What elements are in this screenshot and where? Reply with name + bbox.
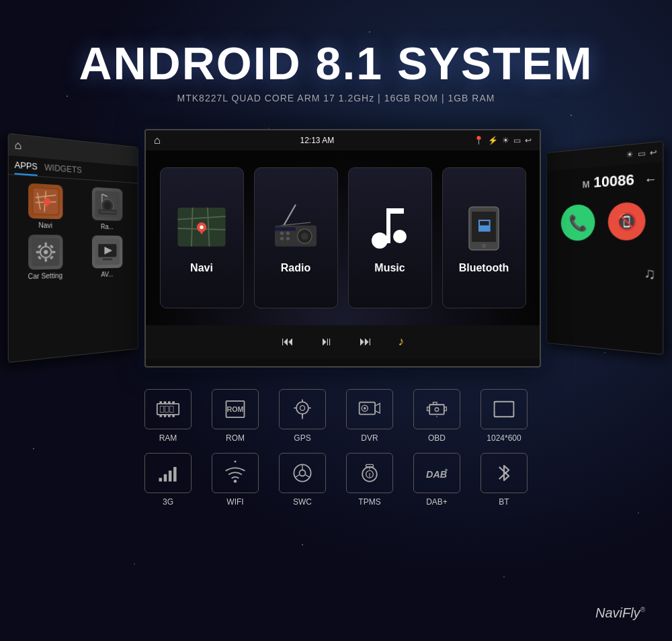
right-screen: ☀ ▭ ↩ M 10086 ← 📞 📵 ♫	[546, 141, 663, 355]
bluetooth-card[interactable]: ⬓ Bluetooth	[442, 167, 526, 308]
app-carsetting[interactable]: Car Setting	[15, 234, 75, 281]
svg-rect-67	[165, 407, 169, 413]
obd-label: OBD	[428, 433, 446, 443]
next-button[interactable]: ⏭	[360, 335, 372, 349]
music-card-icon	[363, 202, 417, 255]
svg-rect-83	[433, 402, 437, 405]
svg-rect-88	[159, 478, 163, 481]
feature-box-obd	[413, 389, 460, 429]
feature-box-3g	[144, 453, 192, 493]
svg-line-96	[295, 475, 299, 478]
svg-text:⬓: ⬓	[477, 216, 491, 233]
wifi-label: WIFI	[226, 497, 243, 507]
svg-point-17	[44, 250, 48, 254]
tab-widgets[interactable]: WIDGETS	[44, 163, 82, 179]
back-icon: ↩	[525, 136, 532, 145]
center-main-area: Navi	[146, 151, 540, 325]
center-screen: ⌂ 12:13 AM 📍 ⚡ ☀ ▭ ↩	[144, 129, 541, 368]
screens-container: ⌂ APPS WIDGETS	[0, 124, 672, 372]
svg-rect-68	[170, 407, 173, 413]
left-screen: ⌂ APPS WIDGETS	[8, 133, 138, 363]
app-navi[interactable]: Navi	[15, 182, 75, 230]
svg-rect-61	[172, 401, 175, 404]
playpause-button[interactable]: ⏯	[321, 335, 333, 349]
app-av[interactable]: AV...	[80, 235, 133, 279]
svg-point-76	[300, 406, 304, 411]
svg-rect-87	[495, 402, 514, 417]
location-icon: 📍	[474, 136, 484, 145]
music-card-label: Music	[374, 262, 405, 274]
svg-point-81	[364, 407, 366, 410]
feature-dab: DAB + DAB+	[410, 453, 464, 507]
tpms-label: TPMS	[358, 497, 380, 507]
3g-label: 3G	[163, 497, 173, 507]
app-radio[interactable]: Ra...	[80, 186, 133, 230]
svg-point-38	[200, 225, 203, 228]
svg-text:+: +	[444, 467, 448, 474]
feature-swc: SWC	[276, 453, 329, 507]
feature-gps: GPS	[276, 389, 329, 443]
rom-label: ROM	[226, 433, 245, 443]
svg-rect-48	[275, 227, 296, 230]
svg-rect-60	[168, 401, 171, 404]
svg-rect-82	[429, 404, 444, 414]
svg-rect-91	[173, 467, 177, 482]
answer-button[interactable]: 📞	[561, 204, 595, 241]
svg-point-44	[286, 231, 290, 234]
navi-card[interactable]: Navi	[160, 167, 244, 308]
navi-label: Navi	[38, 222, 52, 230]
svg-rect-29	[102, 258, 112, 260]
ram-label: RAM	[159, 433, 177, 443]
radio-card-icon	[269, 202, 323, 255]
feature-box-dvr	[346, 389, 393, 429]
svg-rect-90	[169, 470, 172, 481]
tab-apps[interactable]: APPS	[15, 160, 38, 176]
svg-point-71	[296, 402, 308, 414]
brand-name: NaviFly®	[595, 605, 645, 620]
decline-button[interactable]: 📵	[608, 202, 646, 241]
battery-icon: ▭	[513, 136, 521, 145]
svg-rect-19	[44, 258, 46, 261]
features-section: RAM ROM ROM	[0, 389, 672, 507]
carsetting-app-icon	[28, 234, 62, 269]
feature-box-swc	[279, 453, 326, 493]
navi-app-icon	[28, 183, 62, 219]
svg-rect-62	[159, 415, 162, 417]
feature-wifi: WIFI	[208, 453, 262, 507]
home-icon-center: ⌂	[154, 134, 161, 146]
svg-rect-20	[36, 251, 39, 253]
svg-rect-52	[386, 208, 404, 214]
dab-label: DAB+	[426, 497, 448, 507]
right-back-icon: ↩	[650, 147, 657, 158]
svg-text:DAB: DAB	[426, 469, 447, 480]
home-icon: ⌂	[15, 138, 22, 152]
music-card[interactable]: Music	[348, 167, 432, 308]
gps-label: GPS	[294, 433, 310, 443]
feature-bt: BT	[477, 453, 531, 507]
svg-rect-101	[366, 464, 374, 467]
answer-icon: 📞	[569, 213, 587, 232]
radio-card[interactable]: Radio	[254, 167, 338, 308]
svg-marker-79	[375, 403, 380, 413]
feature-box-wifi	[212, 453, 259, 493]
svg-rect-89	[164, 474, 167, 482]
av-label: AV...	[101, 271, 113, 278]
svg-rect-84	[427, 407, 430, 411]
navi-card-label: Navi	[190, 262, 213, 274]
right-brightness-icon: ☀	[626, 149, 634, 159]
decline-icon: 📵	[616, 212, 636, 231]
navi-card-icon	[175, 202, 228, 255]
feature-box-rom: ROM	[212, 389, 259, 429]
center-statusbar: ⌂ 12:13 AM 📍 ⚡ ☀ ▭ ↩	[146, 130, 540, 151]
svg-point-50	[393, 230, 407, 243]
feature-rom: ROM ROM	[208, 389, 262, 443]
svg-point-49	[372, 232, 388, 249]
prev-button[interactable]: ⏮	[282, 335, 294, 349]
features-row-2: 3G WIFI	[141, 453, 531, 507]
svg-rect-58	[159, 401, 162, 404]
svg-point-43	[280, 237, 284, 240]
bt-label: BT	[499, 497, 509, 507]
status-right: 📍 ⚡ ☀ ▭ ↩	[474, 136, 532, 145]
status-left: ⌂	[154, 134, 161, 146]
radio-app-icon	[91, 187, 122, 221]
